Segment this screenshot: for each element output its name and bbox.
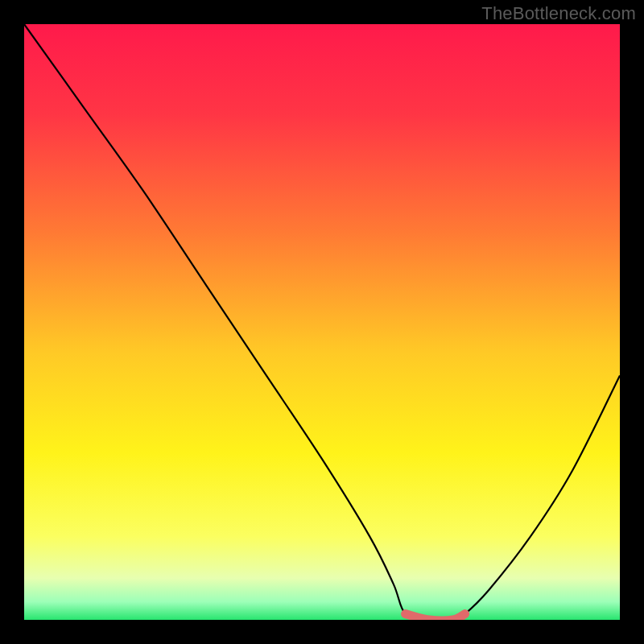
watermark-text: TheBottleneck.com (481, 3, 636, 24)
chart-svg (24, 24, 620, 620)
plot-area (24, 24, 620, 620)
gradient-background (24, 24, 620, 620)
chart-frame: TheBottleneck.com (0, 0, 644, 644)
